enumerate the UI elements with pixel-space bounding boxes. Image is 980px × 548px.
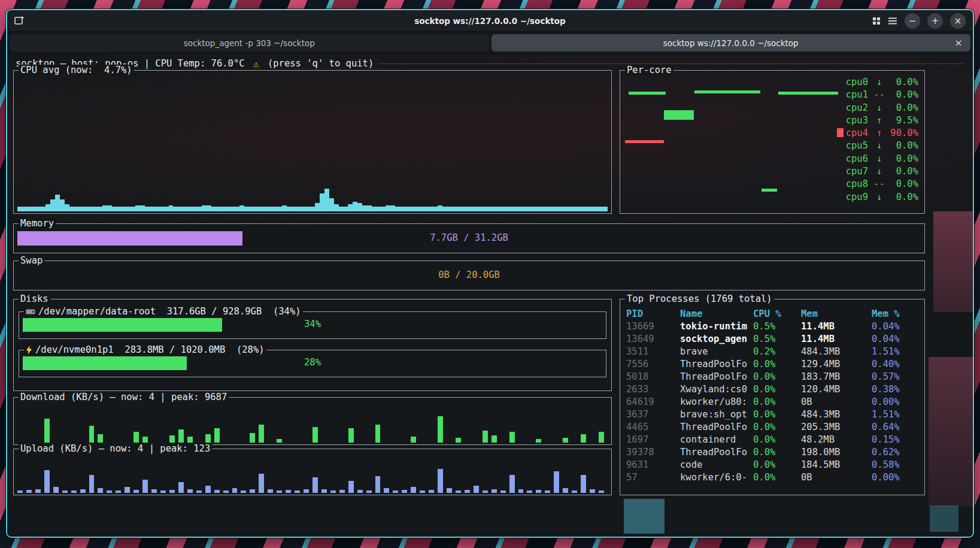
spark-bar xyxy=(197,207,202,211)
upload-panel: Upload (KB/s) — now: 4 | peak: 123 xyxy=(13,449,612,495)
spark-bar xyxy=(599,207,603,211)
tab-label: socktop_agent -p 303 ~/socktop xyxy=(184,38,315,48)
spark-bar xyxy=(329,198,334,211)
spark-bar xyxy=(485,207,490,211)
process-cpu: 0.0% xyxy=(753,446,801,459)
process-pid: 3511 xyxy=(626,346,680,358)
spark-bar xyxy=(438,205,442,211)
process-row: 2633Xwayland:cs00.0%120.4MB0.38% xyxy=(626,383,921,396)
tile-grid-icon[interactable] xyxy=(872,17,881,25)
col-cpu: CPU % xyxy=(753,308,801,320)
spark-bar xyxy=(32,207,37,211)
process-mem: 129.4MB xyxy=(801,358,872,371)
spark-bar xyxy=(17,207,22,211)
col-memp: Mem % xyxy=(872,308,921,320)
memory-value: 7.7GB / 31.2GB xyxy=(14,232,924,243)
process-pid: 5018 xyxy=(626,371,680,383)
new-tab-icon[interactable] xyxy=(14,16,25,25)
spark-bar xyxy=(366,491,372,493)
tab-socktop[interactable]: socktop ws://127.0.0.0 ~/socktop × xyxy=(491,34,971,52)
spark-bar xyxy=(442,207,447,211)
process-mem: 205.3MB xyxy=(801,421,872,434)
spark-bar xyxy=(98,434,103,443)
spark-bar xyxy=(249,207,254,211)
spark-bar xyxy=(334,204,339,211)
wallpaper-bleed xyxy=(624,499,665,534)
spark-bar xyxy=(483,431,488,443)
tab-socktop-agent[interactable]: socktop_agent -p 303 ~/socktop xyxy=(10,34,489,52)
spark-bar xyxy=(384,488,389,493)
spark-bar xyxy=(89,426,95,443)
minimize-button[interactable]: − xyxy=(905,13,920,29)
core-history-segment xyxy=(778,92,838,95)
spark-bar xyxy=(474,486,479,493)
close-button[interactable]: × xyxy=(950,13,966,29)
spark-bar xyxy=(35,489,41,493)
spark-bar xyxy=(343,207,348,211)
spark-bar xyxy=(475,207,480,211)
spark-bar xyxy=(551,207,556,211)
download-sparkline xyxy=(17,406,608,443)
process-name: socktop_agen xyxy=(680,333,753,346)
spark-bar xyxy=(205,434,211,443)
process-cpu: 0.5% xyxy=(753,320,801,333)
disks-panel: Disks /dev/mapper/data-root 317.6GB / 92… xyxy=(13,299,612,391)
process-cpu: 0.0% xyxy=(753,358,801,371)
spark-bar xyxy=(518,489,524,493)
spark-bar xyxy=(375,425,381,443)
spark-bar xyxy=(509,475,515,493)
spark-bar xyxy=(433,207,438,211)
process-pid: 2633 xyxy=(626,383,680,396)
per-core-labels: cpu0 ↓ 0.0%cpu1 -- 0.0%cpu2 ↓ 0.0%cpu3 ↑… xyxy=(837,76,918,204)
process-cpu: 0.0% xyxy=(753,371,801,383)
tab-label: socktop ws://127.0.0.0 ~/socktop xyxy=(663,38,799,48)
spark-bar xyxy=(372,207,377,211)
spark-bar xyxy=(26,490,32,493)
spark-bar xyxy=(599,432,604,443)
col-mem: Mem xyxy=(801,308,872,320)
core-row-cpu0: cpu0 ↓ 0.0% xyxy=(837,76,918,89)
process-cpu: 0.0% xyxy=(753,471,801,484)
spark-bar xyxy=(429,490,434,493)
spark-bar xyxy=(45,204,50,211)
process-mem: 183.7MB xyxy=(801,371,872,383)
spark-bar xyxy=(405,207,409,211)
download-title: Download (KB/s) — now: 4 | peak: 9687 xyxy=(20,392,227,403)
spark-bar xyxy=(178,207,183,211)
spark-bar xyxy=(547,207,551,211)
upload-title: Upload (KB/s) — now: 4 | peak: 123 xyxy=(20,443,210,455)
memory-title: Memory xyxy=(20,218,54,229)
menu-icon[interactable] xyxy=(888,17,897,25)
spark-bar xyxy=(183,207,187,211)
spark-bar xyxy=(367,205,372,211)
spark-bar xyxy=(268,207,272,211)
spark-bar xyxy=(466,207,471,211)
process-memp: 1.51% xyxy=(872,346,921,358)
spark-bar xyxy=(339,207,344,211)
process-cpu: 0.0% xyxy=(753,396,801,408)
spark-bar xyxy=(402,490,407,493)
spark-bar xyxy=(160,491,166,493)
maximize-button[interactable]: + xyxy=(927,13,943,29)
process-row: 3511brave0.2%484.3MB1.51% xyxy=(626,346,921,358)
spark-bar xyxy=(438,416,443,443)
process-cpu: 0.0% xyxy=(753,383,801,396)
spark-bar xyxy=(55,195,60,211)
process-mem: 11.4MB xyxy=(801,333,872,346)
core-row-cpu9: cpu9 ↓ 0.0% xyxy=(837,191,918,204)
spark-bar xyxy=(259,474,264,493)
core-row-cpu6: cpu6 ↓ 0.0% xyxy=(837,153,918,165)
spark-bar xyxy=(357,490,363,493)
disk-percent: 28% xyxy=(19,357,606,368)
spark-bar xyxy=(173,207,178,211)
process-mem: 48.2MB xyxy=(801,434,872,446)
terminal-content[interactable]: socktop — host: pop-os | CPU Temp: 76.0°… xyxy=(7,55,973,537)
core-row-cpu7: cpu7 ↓ 0.0% xyxy=(837,165,918,178)
spark-bar xyxy=(122,207,126,211)
tab-close-icon[interactable]: × xyxy=(955,38,963,48)
spark-bar xyxy=(263,207,268,211)
spark-bar xyxy=(187,207,192,211)
spark-bar xyxy=(169,205,174,211)
spark-bar xyxy=(214,428,220,443)
spark-bar xyxy=(154,207,159,211)
